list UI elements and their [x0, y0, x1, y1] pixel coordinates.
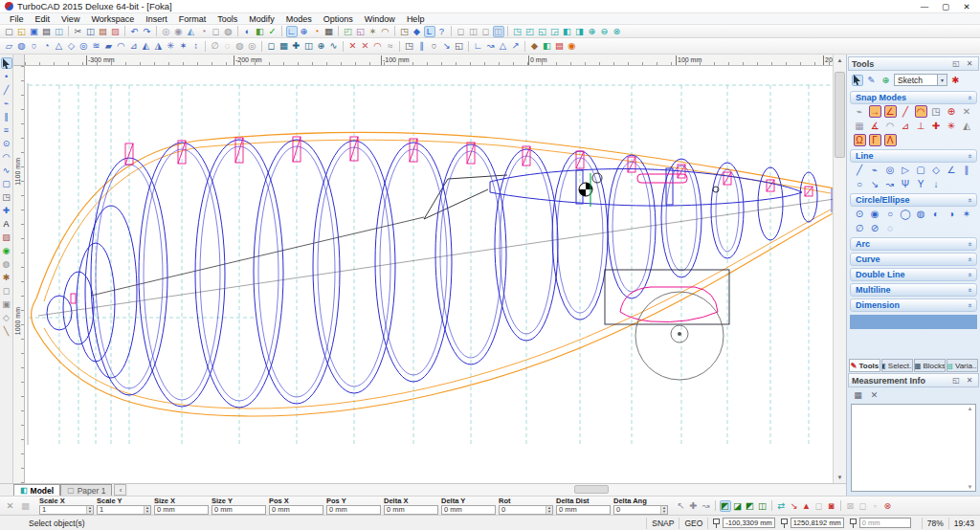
copy-entities-icon[interactable]: ◐	[242, 26, 254, 37]
drawing-viewport[interactable]	[25, 66, 833, 483]
circle-tool-icon[interactable]: ⊙	[1, 138, 12, 149]
spinner[interactable]: ▲▼	[86, 506, 93, 514]
scroll-up-icon[interactable]: ▲	[966, 406, 974, 411]
menu-file[interactable]: File	[4, 14, 30, 24]
geo-toggle[interactable]: GEO	[684, 519, 702, 528]
sheet-tab-paper-1[interactable]: ▢Paper 1	[60, 484, 112, 496]
ellipse-fixed-icon[interactable]: ◌	[884, 222, 897, 234]
table-mode-icon[interactable]: ▦	[20, 500, 32, 512]
arc-tool-icon[interactable]: ◔	[41, 40, 53, 52]
disabled-3-icon[interactable]: ▫	[870, 500, 881, 512]
menu-help[interactable]: Help	[401, 14, 431, 24]
sheet-tab-model[interactable]: ◧Model	[13, 484, 60, 496]
circle-tan-line-icon[interactable]: ◍	[915, 208, 927, 220]
snap-normal-icon[interactable]: ⊥	[915, 120, 927, 132]
shell-icon[interactable]: ◱	[454, 40, 465, 52]
menu-view[interactable]: View	[56, 14, 85, 24]
snap-none-icon[interactable]: ✕	[961, 105, 973, 118]
zoom-window-icon[interactable]: ◎	[161, 26, 172, 37]
layer-icon[interactable]: L	[424, 26, 435, 37]
section-circle-ellipse[interactable]: Circle/Ellipse«	[850, 193, 977, 207]
fuselage-frames[interactable]	[47, 140, 832, 408]
expand-icon[interactable]: «	[965, 257, 973, 261]
ellipse-icon[interactable]: ∅	[854, 222, 866, 234]
scroll-down-icon[interactable]: ▼	[966, 484, 974, 490]
stretch-tool-icon[interactable]: ↕	[190, 40, 202, 52]
menu-options[interactable]: Options	[318, 14, 359, 24]
maximize-button[interactable]: ▢	[941, 2, 950, 11]
assemble-icon[interactable]: ◻	[266, 40, 278, 52]
window-cascade-icon[interactable]: ◻	[456, 26, 467, 37]
circle-tan-arc-icon[interactable]: ◐	[930, 208, 943, 220]
select-tool-icon[interactable]	[1, 57, 12, 69]
field-input[interactable]: 0 mm	[556, 505, 611, 515]
view-bottom-icon[interactable]: ⊕	[587, 26, 598, 37]
circle-star-icon[interactable]: ✶	[961, 208, 973, 220]
brush-icon[interactable]: ✱	[950, 75, 962, 86]
close-panel-icon[interactable]: ✕	[965, 375, 975, 386]
text-tool-icon[interactable]: A	[1, 218, 12, 230]
snap-angle-icon[interactable]: ∡	[869, 120, 881, 132]
tangent-to-arc-icon[interactable]: ↝	[884, 178, 897, 190]
field-input[interactable]: 0 mm	[326, 505, 381, 515]
expand-icon[interactable]: «	[965, 288, 973, 292]
ortho-icon[interactable]: ∟	[286, 26, 298, 37]
horizontal-scrollbar[interactable]	[128, 484, 846, 496]
horizontal-scroll-thumb[interactable]	[574, 485, 609, 494]
fillet-icon[interactable]: ◠	[372, 40, 384, 52]
rotated-rect-icon[interactable]: ◇	[930, 164, 943, 176]
line-tool-icon[interactable]: ╱	[1, 84, 12, 96]
table-icon[interactable]: ▦	[853, 389, 864, 401]
palette-tab-select[interactable]: ▣Select...	[881, 359, 913, 372]
break-icon[interactable]: ✕	[360, 40, 371, 52]
view-back-icon[interactable]: ◱	[537, 26, 548, 37]
new-icon[interactable]: ▢	[4, 26, 15, 37]
view-right-icon[interactable]: ◧	[562, 26, 573, 37]
vertical-scrollbar[interactable]: ▲ ▼	[833, 55, 846, 483]
disabled-1-icon[interactable]: ⊠	[845, 500, 857, 512]
box-tool-icon[interactable]: ▢	[1, 178, 12, 189]
offset-icon[interactable]: ↘	[441, 40, 453, 52]
snap-grid-icon[interactable]: ▦	[854, 120, 866, 132]
save-icon[interactable]: ▣	[29, 26, 40, 37]
snap-divide-icon[interactable]: ✚	[930, 120, 943, 132]
view-nw-icon[interactable]: ⊗	[612, 26, 623, 37]
field-input[interactable]: 0 mm	[384, 505, 438, 515]
field-input[interactable]: 1▲▼	[39, 505, 94, 515]
palette-tab-tools[interactable]: ✎Tools	[849, 359, 880, 372]
brick-icon[interactable]: ▤	[554, 40, 566, 52]
image-tool-icon[interactable]: ▨	[1, 232, 12, 243]
print-preview-icon[interactable]: ◫	[54, 26, 65, 37]
snap-toggle[interactable]: SNAP	[652, 519, 674, 528]
star-tool-icon[interactable]: ✳	[166, 40, 177, 52]
parallelogram-tool-icon[interactable]: ▱	[4, 40, 15, 52]
tools-palette-header[interactable]: Tools ◱✕	[848, 56, 979, 71]
workplane-icon[interactable]: ◰	[343, 26, 354, 37]
triangle-tool-icon[interactable]: △	[54, 40, 65, 52]
plane-toggle-icon[interactable]: ◫	[757, 500, 768, 512]
section-multiline[interactable]: Multiline«	[850, 283, 977, 297]
cut-icon[interactable]: ✂	[73, 26, 84, 37]
collapse-icon[interactable]: «	[965, 198, 973, 202]
expand-icon[interactable]: «	[965, 273, 973, 276]
view-iso-icon[interactable]: ◳	[512, 26, 523, 37]
clear-selection-icon[interactable]: ✕	[5, 500, 16, 512]
vertical-line-icon[interactable]: ↓	[930, 178, 943, 190]
copy-icon[interactable]: ◫	[85, 26, 97, 37]
angle-line-icon[interactable]: ∠	[946, 164, 958, 176]
window-split-icon[interactable]: ◻	[480, 26, 492, 37]
sphere-tool-icon[interactable]: ◍	[16, 40, 28, 52]
view-ne-icon[interactable]: ⊖	[599, 26, 611, 37]
menu-format[interactable]: Format	[173, 14, 212, 24]
select-tool-icon[interactable]	[852, 75, 863, 86]
polygon-icon[interactable]: ▷	[900, 164, 912, 176]
lock-icon[interactable]: ◻	[813, 500, 825, 512]
circle-tan-2-icon[interactable]: ◑	[946, 208, 958, 220]
donut-tool-icon[interactable]: ◎	[78, 40, 90, 52]
target-icon[interactable]: ◉	[567, 40, 578, 52]
properties-icon[interactable]: ◆	[412, 26, 423, 37]
validate-icon[interactable]: ✓	[267, 26, 278, 37]
snap-vertex-icon[interactable]: ∠	[884, 105, 897, 118]
box-3d-icon[interactable]: ◳	[404, 40, 415, 52]
menu-edit[interactable]: Edit	[30, 14, 56, 24]
